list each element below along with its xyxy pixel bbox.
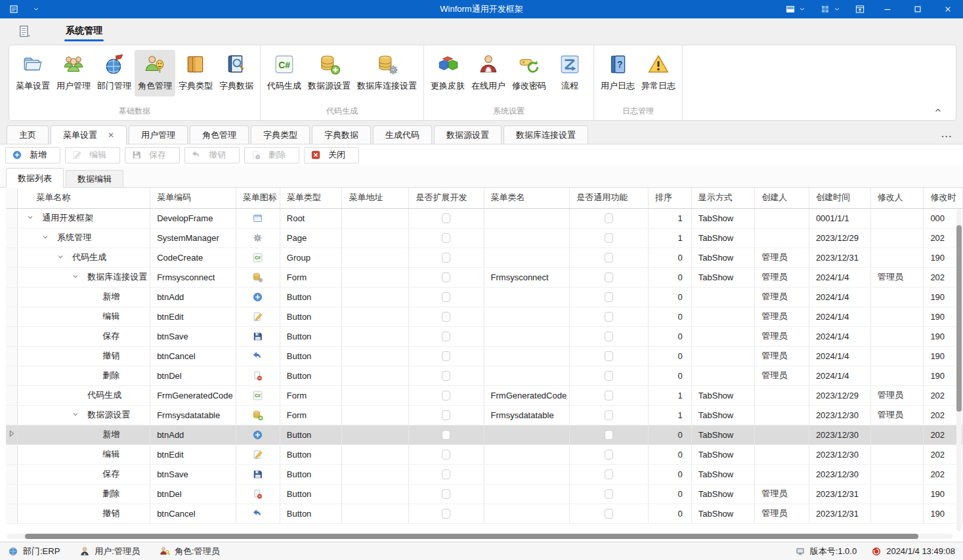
ribbon-item-role-manage[interactable]: 角色管理 bbox=[135, 50, 175, 97]
add-button[interactable]: 新增 bbox=[5, 147, 60, 163]
checkbox[interactable] bbox=[442, 430, 450, 440]
checkbox[interactable] bbox=[605, 410, 613, 420]
tree-expander[interactable] bbox=[26, 213, 42, 223]
tree-expander[interactable] bbox=[72, 410, 87, 420]
column-header-ctime[interactable]: 创建时间 bbox=[809, 188, 870, 208]
checkbox[interactable] bbox=[442, 272, 450, 282]
tab-role-manage[interactable]: 角色管理 bbox=[190, 125, 249, 144]
table-row[interactable]: 编辑btnEditButton0管理员2024/1/4190 bbox=[6, 307, 963, 326]
checkbox[interactable] bbox=[605, 469, 613, 479]
checkbox[interactable] bbox=[605, 371, 613, 381]
checkbox[interactable] bbox=[442, 312, 450, 322]
checkbox[interactable] bbox=[605, 430, 613, 440]
checkbox[interactable] bbox=[605, 509, 613, 519]
ribbon-item-dict-type[interactable]: 字典类型 bbox=[175, 50, 216, 97]
table-row[interactable]: 保存btnSaveButton0TabShow2023/12/30202 bbox=[6, 464, 963, 484]
window-menu-icon[interactable] bbox=[8, 3, 20, 15]
ribbon-item-code-gen[interactable]: C#代码生成 bbox=[264, 50, 305, 97]
table-row[interactable]: 新增btnAddButton0管理员2024/1/4190 bbox=[6, 287, 963, 307]
checkbox[interactable] bbox=[605, 213, 613, 223]
checkbox[interactable] bbox=[442, 371, 450, 381]
tree-expander[interactable] bbox=[72, 272, 87, 282]
ribbon-item-datasource-settings[interactable]: 数据源设置 bbox=[305, 50, 354, 97]
ribbon-item-dept-manage[interactable]: 部门管理 bbox=[94, 50, 135, 97]
column-header-modifier[interactable]: 修改人 bbox=[870, 188, 924, 208]
save-button[interactable]: 保存 bbox=[125, 147, 180, 163]
theme-select-button[interactable] bbox=[778, 0, 813, 18]
more-tabs-button[interactable]: ... bbox=[941, 129, 952, 139]
checkbox[interactable] bbox=[605, 391, 613, 400]
checkbox[interactable] bbox=[442, 233, 450, 243]
column-header-creator[interactable]: 创建人 bbox=[755, 188, 809, 208]
tab-gen-code[interactable]: 生成代码 bbox=[373, 125, 432, 144]
ribbon-item-change-skin[interactable]: 更换皮肤 bbox=[427, 50, 468, 97]
checkbox[interactable] bbox=[442, 450, 450, 460]
checkbox[interactable] bbox=[442, 410, 450, 420]
checkbox[interactable] bbox=[605, 450, 613, 460]
checkbox[interactable] bbox=[605, 351, 613, 361]
ribbon-tab-system-manage[interactable]: 系统管理 bbox=[63, 21, 105, 43]
checkbox[interactable] bbox=[442, 213, 450, 223]
table-row[interactable]: 通用开发框架DevelopFrameRoot1TabShow0001/1/100… bbox=[6, 208, 963, 228]
ribbon-item-dict-data[interactable]: 字典数据 bbox=[216, 50, 257, 97]
vertical-scrollbar-thumb[interactable] bbox=[956, 225, 962, 412]
checkbox[interactable] bbox=[442, 253, 450, 263]
column-header-mtime[interactable]: 修改时 bbox=[924, 188, 963, 208]
ribbon-item-user-manage[interactable]: 用户管理 bbox=[53, 50, 94, 97]
tab-home[interactable]: 主页 bbox=[7, 125, 49, 144]
table-row[interactable]: 数据源设置FrmsysdatatableFormFrmsysdatatable1… bbox=[6, 405, 963, 425]
table-row[interactable]: 保存btnSaveButton0管理员2024/1/4190 bbox=[6, 326, 963, 346]
tab-dict-type[interactable]: 字典类型 bbox=[251, 125, 310, 144]
subtab-data-list[interactable]: 数据列表 bbox=[6, 168, 64, 188]
close-button[interactable]: 关闭 bbox=[304, 147, 359, 163]
subtab-data-edit[interactable]: 数据编辑 bbox=[66, 170, 123, 187]
delete-button[interactable]: 删除 bbox=[244, 147, 299, 163]
tab-user-manage[interactable]: 用户管理 bbox=[129, 125, 188, 144]
checkbox[interactable] bbox=[605, 292, 613, 302]
vertical-scrollbar[interactable] bbox=[956, 209, 962, 531]
horizontal-scrollbar-thumb[interactable] bbox=[25, 534, 918, 539]
ribbon-toggle-button[interactable] bbox=[847, 0, 872, 18]
ribbon-item-user-log[interactable]: ?用户日志 bbox=[597, 50, 638, 97]
ribbon-collapse-icon[interactable] bbox=[932, 106, 944, 115]
column-header-name[interactable]: 菜单名称 bbox=[18, 188, 150, 208]
checkbox[interactable] bbox=[442, 509, 450, 519]
table-row[interactable]: 撤销btnCancelButton0管理员2024/1/4190 bbox=[6, 346, 963, 366]
column-header-type[interactable]: 菜单类型 bbox=[280, 188, 342, 208]
tree-expander[interactable] bbox=[41, 233, 57, 243]
tab-close-icon[interactable]: ✕ bbox=[108, 131, 114, 139]
checkbox[interactable] bbox=[605, 489, 613, 499]
maximize-button[interactable] bbox=[903, 0, 933, 18]
layout-select-button[interactable] bbox=[813, 0, 847, 18]
checkbox[interactable] bbox=[442, 489, 450, 499]
table-row[interactable]: 编辑btnEditButton0TabShow2023/12/30202 bbox=[6, 444, 963, 464]
tab-datasource-settings[interactable]: 数据源设置 bbox=[434, 125, 502, 144]
table-row[interactable]: 代码生成CodeCreateC#Group0TabShow管理员2023/12/… bbox=[6, 248, 963, 267]
checkbox[interactable] bbox=[605, 272, 613, 282]
app-menu-button[interactable] bbox=[12, 22, 35, 41]
titlebar-dropdown-icon[interactable] bbox=[32, 5, 40, 13]
table-row[interactable]: 数据库连接设置FrmsysconnectFormFrmsysconnect0Ta… bbox=[6, 267, 963, 287]
checkbox[interactable] bbox=[442, 332, 450, 341]
checkbox[interactable] bbox=[442, 391, 450, 400]
column-header-icon[interactable]: 菜单图标 bbox=[236, 188, 280, 208]
checkbox[interactable] bbox=[605, 332, 613, 341]
tab-dbconnect-settings[interactable]: 数据库连接设置 bbox=[503, 125, 588, 144]
table-row[interactable]: 撤销btnCancelButton0TabShow管理员2023/12/3119… bbox=[6, 504, 963, 523]
column-header-common[interactable]: 是否通用功能 bbox=[570, 188, 649, 208]
checkbox[interactable] bbox=[442, 469, 450, 479]
ribbon-item-online-users[interactable]: 在线用户 bbox=[468, 50, 509, 97]
ribbon-item-error-log[interactable]: 异常日志 bbox=[638, 50, 679, 97]
column-header-addr[interactable]: 菜单地址 bbox=[342, 188, 409, 208]
column-header-sort[interactable]: 排序 bbox=[648, 188, 691, 208]
checkbox[interactable] bbox=[605, 253, 613, 263]
column-header-code[interactable]: 菜单编码 bbox=[150, 188, 236, 208]
close-button[interactable] bbox=[933, 0, 963, 18]
ribbon-item-change-password[interactable]: 修改密码 bbox=[509, 50, 549, 97]
checkbox[interactable] bbox=[605, 233, 613, 243]
ribbon-item-workflow[interactable]: 流程 bbox=[549, 50, 590, 97]
undo-button[interactable]: 撤销 bbox=[184, 147, 240, 163]
table-row[interactable]: 代码生成FrmGeneratedCodeC#FormFrmGeneratedCo… bbox=[6, 385, 963, 405]
table-row[interactable]: 新增btnAddButton0TabShow2023/12/30202 bbox=[6, 425, 963, 444]
column-header-ext[interactable]: 是否扩展开发 bbox=[409, 188, 484, 208]
